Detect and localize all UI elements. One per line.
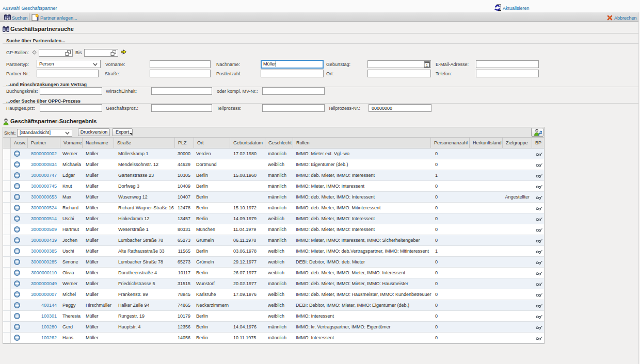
svg-text:1: 1 xyxy=(426,63,428,68)
